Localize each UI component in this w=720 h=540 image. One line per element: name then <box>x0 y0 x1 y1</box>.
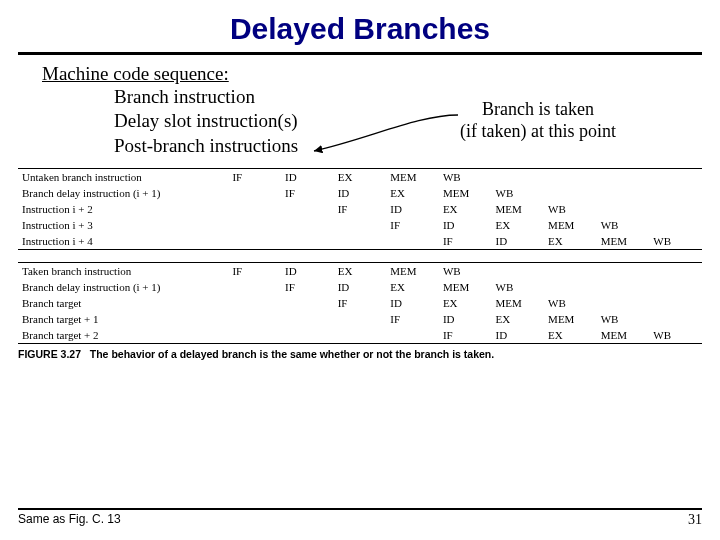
stage-cell <box>334 217 387 233</box>
stage-cell <box>228 327 281 343</box>
stage-cell <box>649 217 702 233</box>
arrow-icon <box>308 109 468 159</box>
content-top: Machine code sequence: Branch instructio… <box>42 63 702 158</box>
stage-cell <box>544 263 597 279</box>
stage-cell: IF <box>281 279 334 295</box>
mcs-heading: Machine code sequence: <box>42 63 702 85</box>
stage-cell <box>228 185 281 201</box>
stage-cell: IF <box>334 295 387 311</box>
table2-bottom-rule <box>18 343 702 344</box>
stage-cell <box>649 279 702 295</box>
stage-cell: IF <box>439 233 492 249</box>
stage-cell <box>544 185 597 201</box>
stage-cell: EX <box>386 279 439 295</box>
figure-caption-prefix: FIGURE 3.27 <box>18 348 81 360</box>
table-row: Instruction i + 3IFIDEXMEMWB <box>18 217 702 233</box>
table-row: Instruction i + 4IFIDEXMEMWB <box>18 233 702 249</box>
stage-cell: WB <box>597 217 650 233</box>
stage-cell <box>386 233 439 249</box>
row-label: Untaken branch instruction <box>18 169 228 185</box>
stage-cell <box>649 201 702 217</box>
stage-cell: MEM <box>544 311 597 327</box>
pipeline-tables: Untaken branch instructionIFIDEXMEMWBBra… <box>18 168 702 360</box>
stage-cell: MEM <box>597 327 650 343</box>
pipeline-table-taken: Taken branch instructionIFIDEXMEMWBBranc… <box>18 263 702 343</box>
stage-cell <box>649 295 702 311</box>
stage-cell: IF <box>228 263 281 279</box>
stage-cell: EX <box>439 295 492 311</box>
stage-cell <box>597 263 650 279</box>
stage-cell: ID <box>439 311 492 327</box>
stage-cell: ID <box>386 295 439 311</box>
stage-cell <box>281 201 334 217</box>
slide-footer: Same as Fig. C. 13 31 <box>0 508 720 528</box>
title-underline <box>18 52 702 55</box>
stage-cell: MEM <box>544 217 597 233</box>
stage-cell: ID <box>492 233 545 249</box>
stage-cell <box>386 327 439 343</box>
stage-cell: WB <box>439 263 492 279</box>
stage-cell: IF <box>281 185 334 201</box>
table-row: Taken branch instructionIFIDEXMEMWB <box>18 263 702 279</box>
stage-cell: ID <box>281 263 334 279</box>
stage-cell: MEM <box>439 279 492 295</box>
stage-cell <box>544 169 597 185</box>
stage-cell <box>228 279 281 295</box>
stage-cell: IF <box>228 169 281 185</box>
stage-cell: WB <box>544 201 597 217</box>
stage-cell <box>281 233 334 249</box>
stage-cell <box>228 201 281 217</box>
table-row: Branch target + 1IFIDEXMEMWB <box>18 311 702 327</box>
branch-note: Branch is taken (if taken) at this point <box>460 99 616 142</box>
stage-cell: IF <box>334 201 387 217</box>
stage-cell <box>492 263 545 279</box>
stage-cell: IF <box>386 311 439 327</box>
stage-cell: ID <box>281 169 334 185</box>
stage-cell: EX <box>334 169 387 185</box>
figure-caption-text: The behavior of a delayed branch is the … <box>90 348 494 360</box>
stage-cell <box>597 295 650 311</box>
table-row: Branch delay instruction (i + 1)IFIDEXME… <box>18 279 702 295</box>
row-label: Branch target + 1 <box>18 311 228 327</box>
stage-cell: ID <box>386 201 439 217</box>
stage-cell: ID <box>492 327 545 343</box>
row-label: Branch target + 2 <box>18 327 228 343</box>
stage-cell <box>228 217 281 233</box>
branch-note-line1: Branch is taken <box>460 99 616 121</box>
stage-cell <box>492 169 545 185</box>
stage-cell: EX <box>544 327 597 343</box>
stage-cell <box>649 311 702 327</box>
stage-cell <box>228 233 281 249</box>
stage-cell <box>597 201 650 217</box>
stage-cell <box>597 185 650 201</box>
stage-cell <box>544 279 597 295</box>
stage-cell <box>281 311 334 327</box>
stage-cell: EX <box>439 201 492 217</box>
stage-cell: WB <box>597 311 650 327</box>
stage-cell: MEM <box>492 295 545 311</box>
stage-cell <box>649 263 702 279</box>
stage-cell: WB <box>649 327 702 343</box>
stage-cell: WB <box>439 169 492 185</box>
stage-cell <box>281 295 334 311</box>
stage-cell <box>334 311 387 327</box>
row-label: Branch delay instruction (i + 1) <box>18 185 228 201</box>
branch-note-line2: (if taken) at this point <box>460 121 616 143</box>
stage-cell: EX <box>386 185 439 201</box>
stage-cell <box>334 233 387 249</box>
table-row: Branch targetIFIDEXMEMWB <box>18 295 702 311</box>
stage-cell: WB <box>544 295 597 311</box>
stage-cell: WB <box>492 185 545 201</box>
stage-cell: IF <box>386 217 439 233</box>
figure-caption: FIGURE 3.27 The behavior of a delayed br… <box>18 348 702 360</box>
row-label: Instruction i + 3 <box>18 217 228 233</box>
table-row: Branch delay instruction (i + 1)IFIDEXME… <box>18 185 702 201</box>
stage-cell <box>334 327 387 343</box>
slide-title: Delayed Branches <box>18 12 702 46</box>
stage-cell <box>649 185 702 201</box>
page-number: 31 <box>688 512 702 528</box>
stage-cell: MEM <box>439 185 492 201</box>
stage-cell: EX <box>492 311 545 327</box>
stage-cell: MEM <box>386 169 439 185</box>
stage-cell <box>597 279 650 295</box>
